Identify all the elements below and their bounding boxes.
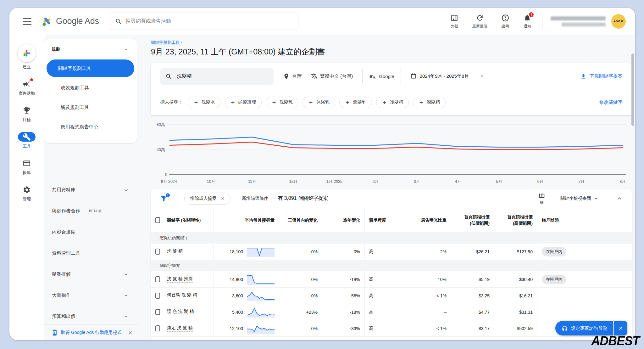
menu-icon[interactable] [23, 18, 31, 25]
close-icon[interactable] [220, 196, 225, 201]
column-header-競爭程度[interactable]: 競爭程度 [365, 208, 408, 232]
sparkline-chart[interactable] [247, 246, 275, 258]
vertical-scrollbar[interactable] [631, 53, 634, 126]
add-filter-button[interactable]: 新增篩選條件 [242, 196, 268, 201]
keyword-link[interactable]: 洗 髮 精 推薦 [167, 276, 193, 283]
collapse-chevron-up-icon[interactable] [616, 195, 623, 202]
topbar-action-notifications[interactable]: !通知 [523, 14, 531, 29]
cell-value: -56% [350, 293, 360, 298]
topbar-action-appearance[interactable]: 外觀 [450, 14, 458, 29]
keyword-chip-洗髮水[interactable]: 洗髮水 [188, 97, 220, 108]
cell-value: $3.25 [479, 293, 490, 298]
sidebar-item-應用程式廣告中心[interactable]: 應用程式廣告中心 [47, 118, 134, 136]
sidebar-item-與創作者合作[interactable]: 與創作者合作BETA 版 [44, 200, 137, 222]
expert-consult-button[interactable]: 設定專家諮詢服務 [555, 321, 613, 335]
sidebar-item-資料管理工具[interactable]: 資料管理工具 [44, 243, 137, 264]
column-header-關鍵字 (依關聯性)[interactable]: 關鍵字 (依關聯性) [151, 208, 214, 232]
close-icon[interactable] [128, 330, 133, 335]
column-header-逐年變化[interactable]: 逐年變化 [322, 208, 365, 232]
breadcrumb[interactable]: 關鍵字規劃工具 › [151, 40, 182, 45]
topbar-action-help[interactable]: 說明 [501, 14, 509, 29]
sidebar-item-關鍵字規劃工具[interactable]: 關鍵字規劃工具 [47, 59, 134, 77]
rail-item-目標[interactable]: 目標 [18, 106, 36, 123]
row-checkbox[interactable] [155, 309, 160, 315]
volume-value: 18,100 [230, 249, 243, 254]
broaden-search-label: 擴大搜尋： [160, 99, 182, 105]
close-icon [618, 325, 624, 331]
column-header-廣告曝光比重[interactable]: 廣告曝光比重 [408, 208, 451, 232]
column-header-首頁頂端出價[interactable]: 首頁頂端出價(高價範圍) [494, 208, 537, 232]
keyword-link[interactable]: 護 色 洗 髮 精 [167, 309, 194, 315]
download-proposals-button[interactable]: 下載關鍵字提案 [580, 73, 623, 80]
chevron-up-icon[interactable] [123, 46, 129, 53]
select-all-checkbox[interactable] [155, 217, 160, 223]
google-ads-logo[interactable]: Google Ads [42, 16, 99, 27]
sidebar-item-疑難排解[interactable]: 疑難排解 [44, 264, 137, 285]
table-header-row: 關鍵字 (依關聯性)平均每月搜尋量三個月內的變化逐年變化競爭程度廣告曝光比重首頁… [151, 208, 632, 232]
sidebar-item-預算和出價[interactable]: 預算和出價 [44, 306, 137, 327]
keyword-link[interactable]: 洗 髮 精 [167, 248, 183, 255]
sidebar-item-觸及規劃工具[interactable]: 觸及規劃工具 [47, 99, 134, 116]
column-header-平均每月搜尋量[interactable]: 平均每月搜尋量 [214, 208, 279, 232]
plus-icon [271, 100, 277, 105]
mobile-app-link[interactable]: 取得 Google Ads 行動應用程式 [61, 330, 121, 335]
topbar-action-refresh[interactable]: 重新整理 [472, 14, 487, 29]
keyword-chip-潤髮乳[interactable]: 潤髮乳 [339, 97, 372, 108]
column-header-帳戶狀態[interactable]: 帳戶狀態 [537, 208, 632, 232]
sparkline-chart[interactable] [247, 290, 275, 302]
rail-item-工具[interactable]: 工具 [18, 132, 36, 149]
rail-item-管理[interactable]: 管理 [18, 185, 36, 202]
date-range-selector[interactable]: 2024年9月 - 2025年8月 [410, 68, 487, 85]
sidebar-item-內容合適度[interactable]: 內容合適度 [44, 222, 137, 243]
cell-account-status [537, 304, 632, 320]
keyword-link[interactable]: 何首烏 洗 髮 精 [167, 292, 197, 299]
rail-item-廣告活動[interactable]: 廣告活動 [18, 79, 36, 96]
caret-down-icon [593, 195, 599, 202]
keyword-chip-潤髮精[interactable]: 潤髮精 [413, 97, 446, 108]
filter-funnel-icon[interactable]: 1 [160, 194, 168, 203]
sparkline-chart[interactable] [247, 273, 275, 285]
axis-label: 80萬 [157, 122, 165, 127]
language-value: 繁體中文 (台灣) [320, 73, 353, 79]
keyword-search-value: 洗髮精 [177, 73, 192, 80]
network-selector[interactable]: Google [362, 68, 401, 85]
sparkline-chart[interactable] [247, 338, 275, 340]
keyword-chip-護髮精[interactable]: 護髮精 [376, 97, 409, 108]
cell-value: $4.77 [479, 310, 490, 315]
sidebar-item-共用資料庫[interactable]: 共用資料庫 [44, 179, 137, 200]
cell-top-bid-high: $127.90 [494, 244, 537, 260]
row-checkbox[interactable] [155, 325, 160, 331]
sparkline-chart[interactable] [247, 306, 275, 318]
rail-item-建立[interactable]: 建立 [18, 44, 36, 70]
row-checkbox[interactable] [155, 249, 160, 255]
cell-ad-impression-share: < 1% [408, 320, 451, 336]
rail-item-帳單[interactable]: 帳單 [18, 159, 36, 176]
keyword-chip-沐浴乳[interactable]: 沐浴乳 [303, 97, 335, 108]
view-selector[interactable]: 關鍵字檢視畫面 [560, 195, 599, 202]
active-filter-chip[interactable]: 排除成人提案 [184, 193, 230, 205]
language-selector[interactable]: 繁體中文 (台灣) [311, 73, 353, 80]
promo-close-button[interactable] [614, 321, 627, 335]
row-checkbox[interactable] [155, 293, 160, 299]
trend-series-trend-red [170, 142, 623, 150]
sidebar-item-成效規劃工具[interactable]: 成效規劃工具 [47, 79, 134, 97]
location-selector[interactable]: 台灣 [283, 73, 302, 80]
edit-keywords-link[interactable]: 修改關鍵字 [599, 99, 623, 105]
sparkline-chart[interactable] [247, 323, 275, 335]
download-icon [580, 73, 587, 80]
columns-button[interactable]: 欄 [538, 192, 545, 205]
refresh-icon [476, 14, 484, 22]
chevron-down-icon [123, 292, 129, 299]
keyword-link[interactable]: 康定 洗 髮 精 [167, 325, 193, 332]
sidebar-item-大量操作[interactable]: 大量操作 [44, 285, 137, 306]
keyword-search-input[interactable]: 洗髮精 [160, 68, 274, 85]
breadcrumb-link[interactable]: 關鍵字規劃工具 [151, 40, 180, 45]
cell-avg-monthly-searches: 18,100 [214, 244, 279, 260]
global-search-input[interactable]: 搜尋網頁或廣告活動 [110, 13, 298, 30]
keyword-chip-洗髮乳[interactable]: 洗髮乳 [266, 97, 298, 108]
keyword-chip-頭髮護理[interactable]: 頭髮護理 [225, 97, 262, 108]
row-checkbox[interactable] [155, 276, 160, 282]
column-header-三個月內的變化[interactable]: 三個月內的變化 [279, 208, 322, 232]
column-header-首頁頂端出價[interactable]: 首頁頂端出價(低價範圍) [451, 208, 494, 232]
avatar[interactable]: ADBEST [611, 14, 626, 29]
